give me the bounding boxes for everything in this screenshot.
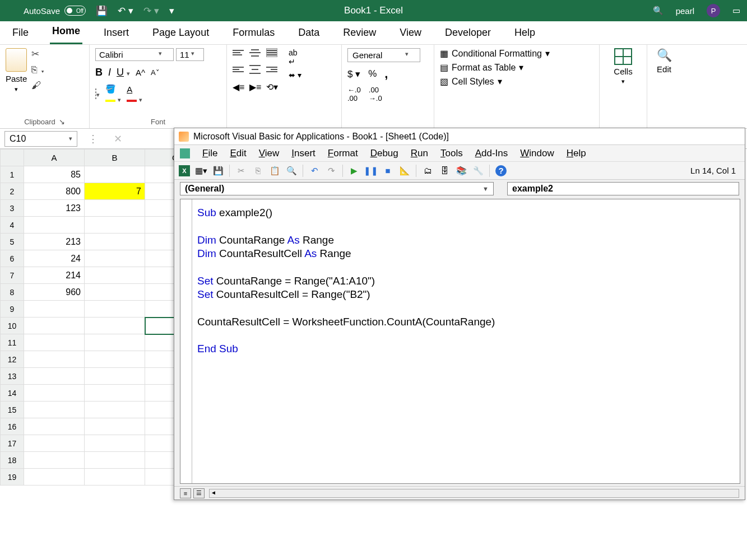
vba-object-dropdown[interactable]: (General)▼ xyxy=(180,182,494,195)
borders-button[interactable]: ▾ xyxy=(95,89,100,99)
row-header-1[interactable]: 1 xyxy=(1,166,24,183)
cell-B3[interactable] xyxy=(85,200,145,217)
currency-icon[interactable]: $ ▾ xyxy=(347,68,360,80)
cell-A5[interactable]: 213 xyxy=(24,234,85,250)
cell-A8[interactable]: 960 xyxy=(24,284,85,301)
ribbon-display-icon[interactable]: ▭ xyxy=(732,6,740,16)
cell-A1[interactable]: 85 xyxy=(24,166,85,183)
vba-procedure-dropdown[interactable]: example2 xyxy=(507,182,739,195)
row-header-14[interactable]: 14 xyxy=(1,385,24,402)
design-mode-icon[interactable]: 📐 xyxy=(399,165,410,176)
row-header-18[interactable]: 18 xyxy=(1,452,24,469)
vba-menu-window[interactable]: Window xyxy=(520,148,554,159)
tab-help[interactable]: Help xyxy=(512,22,537,44)
row-header-15[interactable]: 15 xyxy=(1,402,24,418)
cell-A15[interactable] xyxy=(24,402,85,418)
cell-A13[interactable] xyxy=(24,368,85,385)
row-header-16[interactable]: 16 xyxy=(1,418,24,435)
row-header-4[interactable]: 4 xyxy=(1,217,24,234)
cell-A10[interactable] xyxy=(24,318,85,334)
paste-icon[interactable]: 📋 xyxy=(269,165,280,176)
orientation-icon[interactable]: ⟲▾ xyxy=(266,82,279,96)
cell-A4[interactable] xyxy=(24,217,85,234)
cell-B15[interactable] xyxy=(85,402,145,418)
cut-icon[interactable]: ✂ xyxy=(31,48,45,60)
cell-B17[interactable] xyxy=(85,435,145,452)
wrap-text-icon[interactable]: ab↵ xyxy=(289,48,301,66)
decrease-indent-icon[interactable]: ◀≡ xyxy=(233,82,245,96)
dialog-launcher-icon[interactable]: ↘ xyxy=(59,118,65,126)
vba-menu-file[interactable]: File xyxy=(202,148,217,159)
redo-icon[interactable]: ↷ xyxy=(326,165,337,176)
tab-home[interactable]: Home xyxy=(50,21,82,44)
italic-button[interactable]: I xyxy=(108,67,111,78)
row-header-10[interactable]: 10 xyxy=(1,318,24,334)
increase-decimal-icon[interactable]: ←.0.00 xyxy=(347,86,361,102)
name-box[interactable]: C10▾ xyxy=(4,131,77,147)
vba-menu-add-ins[interactable]: Add-Ins xyxy=(475,148,508,159)
fill-color-button[interactable]: 🪣 ▾ xyxy=(105,84,121,104)
cell-B7[interactable] xyxy=(85,267,145,284)
run-icon[interactable]: ▶ xyxy=(349,165,360,176)
procedure-view-icon[interactable]: ≡ xyxy=(180,488,191,498)
vba-menu-view[interactable]: View xyxy=(259,148,280,159)
font-color-button[interactable]: A ▾ xyxy=(127,85,142,104)
cell-B11[interactable] xyxy=(85,334,145,351)
row-header-19[interactable]: 19 xyxy=(1,469,24,486)
align-left-icon[interactable] xyxy=(233,65,244,74)
row-header-8[interactable]: 8 xyxy=(1,284,24,301)
undo-icon[interactable]: ↶ ▾ xyxy=(118,5,133,17)
format-painter-icon[interactable]: 🖌 xyxy=(31,80,45,91)
number-format-select[interactable]: General▾ xyxy=(347,48,420,62)
increase-indent-icon[interactable]: ▶≡ xyxy=(249,82,262,96)
row-header-9[interactable]: 9 xyxy=(1,301,24,318)
bold-button[interactable]: B xyxy=(95,67,103,78)
autosave-switch[interactable]: Off xyxy=(64,6,86,16)
tab-developer[interactable]: Developer xyxy=(443,22,493,44)
cell-B10[interactable] xyxy=(85,318,145,334)
find-icon[interactable]: 🔍 xyxy=(286,165,297,176)
cell-A18[interactable] xyxy=(24,452,85,469)
save-icon[interactable]: 💾 xyxy=(212,165,224,176)
align-right-icon[interactable] xyxy=(266,65,277,74)
cancel-icon[interactable]: ✕ xyxy=(105,133,130,145)
cells-button[interactable]: Cells ▾ xyxy=(605,48,641,85)
cell-A7[interactable]: 214 xyxy=(24,267,85,284)
merge-center-icon[interactable]: ⬌ ▾ xyxy=(289,71,301,80)
cell-A14[interactable] xyxy=(24,385,85,402)
vba-menu-insert[interactable]: Insert xyxy=(291,148,315,159)
cell-B19[interactable] xyxy=(85,469,145,486)
align-bottom-icon[interactable] xyxy=(266,48,277,57)
underline-button[interactable]: U ▾ xyxy=(117,67,130,78)
format-as-table-button[interactable]: ▤Format as Table ▾ xyxy=(440,62,593,73)
tab-page-layout[interactable]: Page Layout xyxy=(150,22,211,44)
editing-button[interactable]: 🔍 Edit xyxy=(653,48,675,74)
qat-more-icon[interactable]: ▾ xyxy=(169,5,174,17)
vba-menu-tools[interactable]: Tools xyxy=(440,148,463,159)
cell-B12[interactable] xyxy=(85,351,145,368)
vba-title-bar[interactable]: Microsoft Visual Basic for Applications … xyxy=(174,128,745,145)
align-middle-icon[interactable] xyxy=(249,48,261,57)
search-icon[interactable]: 🔍 xyxy=(653,6,664,16)
cell-B16[interactable] xyxy=(85,418,145,435)
tab-view[interactable]: View xyxy=(397,22,424,44)
tab-review[interactable]: Review xyxy=(341,22,378,44)
comma-icon[interactable]: , xyxy=(384,67,388,81)
decrease-font-icon[interactable]: A˅ xyxy=(151,68,160,77)
tab-data[interactable]: Data xyxy=(296,22,322,44)
user-avatar[interactable]: P xyxy=(707,4,720,17)
vba-horizontal-scrollbar[interactable] xyxy=(209,489,739,498)
cell-A12[interactable] xyxy=(24,351,85,368)
cell-B4[interactable] xyxy=(85,217,145,234)
undo-icon[interactable]: ↶ xyxy=(309,165,320,176)
insert-module-icon[interactable]: ▦▾ xyxy=(196,165,207,176)
cell-styles-button[interactable]: ▧Cell Styles ▾ xyxy=(440,76,593,87)
cell-B1[interactable] xyxy=(85,166,145,183)
row-header-2[interactable]: 2 xyxy=(1,183,24,200)
increase-font-icon[interactable]: A^ xyxy=(136,68,145,77)
object-browser-icon[interactable]: 📚 xyxy=(456,165,467,176)
cell-A9[interactable] xyxy=(24,301,85,318)
cell-A6[interactable]: 24 xyxy=(24,250,85,267)
cell-B2[interactable]: 7 xyxy=(85,183,145,200)
pause-icon[interactable]: ❚❚ xyxy=(365,165,377,176)
